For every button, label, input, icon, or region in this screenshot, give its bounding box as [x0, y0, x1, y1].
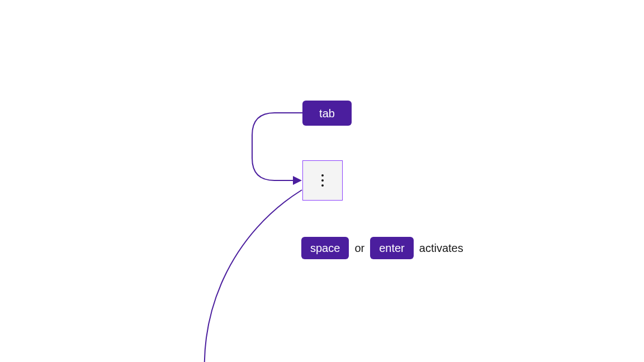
diagram-canvas: tab space or enter activates	[0, 0, 644, 362]
key-tab-label: tab	[319, 107, 335, 120]
activation-trailing: activates	[419, 242, 463, 255]
activation-annotation: space or enter activates	[301, 237, 463, 259]
key-enter: enter	[370, 237, 414, 259]
key-space: space	[301, 237, 349, 259]
overflow-menu-vertical-icon	[321, 174, 324, 187]
key-space-label: space	[310, 241, 340, 255]
activation-separator: or	[354, 242, 364, 255]
key-enter-label: enter	[379, 241, 405, 255]
key-tab: tab	[302, 101, 352, 126]
overflow-menu-button[interactable]	[302, 160, 343, 201]
